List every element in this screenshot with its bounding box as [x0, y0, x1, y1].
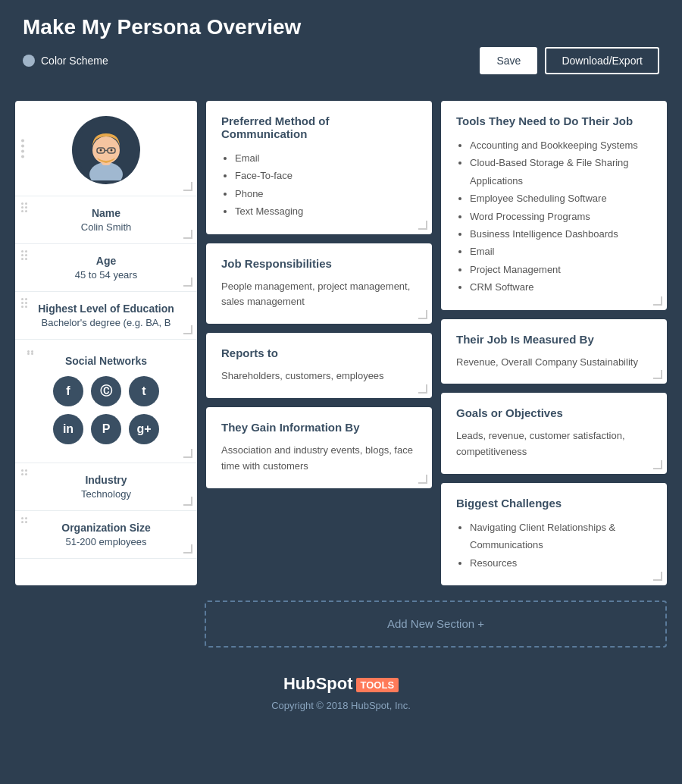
linkedin-icon[interactable]: in: [53, 414, 83, 444]
resize-handle[interactable]: [183, 449, 192, 458]
name-label: Name: [27, 207, 185, 219]
goals-card: Goals or Objectives Leads, revenue, cust…: [441, 393, 667, 474]
job-responsibilities-body: People management, project management, s…: [221, 279, 417, 311]
preferred-communication-list: Email Face-To-face Phone Text Messaging: [221, 149, 417, 221]
preferred-communication-card: Preferred Method of Communication Email …: [206, 101, 432, 234]
list-item: Cloud-Based Storage & File Sharing Appli…: [470, 154, 652, 190]
page-header: Make My Persona Overview Color Scheme Sa…: [0, 0, 682, 93]
googleplus-icon[interactable]: g+: [129, 414, 159, 444]
list-item: Text Messaging: [235, 202, 417, 220]
age-label: Age: [27, 255, 185, 267]
list-item: Business Intelligence Dashboards: [470, 225, 652, 243]
resize-handle[interactable]: [653, 296, 662, 306]
education-value: Bachelor's degree (e.g. BA, B: [27, 317, 185, 328]
job-responsibilities-title: Job Responsibilities: [221, 257, 417, 270]
job-measured-card: Their Job Is Measured By Revenue, Overal…: [441, 319, 667, 384]
color-scheme-label: Color Scheme: [41, 55, 108, 67]
industry-label: Industry: [27, 474, 185, 486]
header-controls: Color Scheme Save Download/Export: [23, 47, 659, 74]
drag-handle[interactable]: [21, 469, 27, 475]
list-item: Project Management: [470, 261, 652, 278]
pinterest-icon[interactable]: P: [91, 414, 121, 444]
download-button[interactable]: Download/Export: [545, 47, 659, 74]
resize-handle[interactable]: [653, 572, 662, 581]
list-item: Word Processing Programs: [470, 208, 652, 225]
avatar-illustration: [76, 120, 136, 180]
color-dot: [23, 55, 35, 67]
avatar: [72, 116, 140, 184]
social-icons-row1: f Ⓒ t: [27, 376, 185, 406]
challenges-list: Navigating Client Relationships & Commun…: [456, 519, 652, 572]
page-title: Make My Persona Overview: [23, 15, 659, 39]
goals-body: Leads, revenue, customer satisfaction, c…: [456, 428, 652, 460]
drag-handle[interactable]: [21, 202, 27, 212]
tools-badge: TOOLS: [356, 678, 399, 692]
resize-handle[interactable]: [183, 278, 192, 287]
add-section-button[interactable]: Add New Section +: [205, 601, 667, 648]
twitter-icon[interactable]: t: [129, 376, 159, 406]
gains-info-card: They Gain Information By Association and…: [206, 407, 432, 488]
reports-to-body: Shareholders, customers, employees: [221, 368, 417, 384]
preferred-communication-title: Preferred Method of Communication: [221, 114, 417, 140]
resize-handle[interactable]: [183, 544, 192, 554]
reports-to-title: Reports to: [221, 347, 417, 359]
instagram-icon[interactable]: Ⓒ: [91, 376, 121, 406]
list-item: Accounting and Bookkeeping Systems: [470, 136, 652, 154]
tools-list: Accounting and Bookkeeping Systems Cloud…: [456, 136, 652, 296]
footer: HubSpotTOOLS Copyright © 2018 HubSpot, I…: [0, 655, 682, 726]
resize-handle[interactable]: [183, 325, 192, 334]
tools-title: Tools They Need to Do Their Job: [456, 114, 652, 127]
industry-value: Technology: [27, 488, 185, 500]
list-item: CRM Software: [470, 278, 652, 296]
resize-handle[interactable]: [653, 370, 662, 379]
resize-handle[interactable]: [183, 230, 192, 239]
resize-handle[interactable]: [418, 221, 427, 230]
age-value: 45 to 54 years: [27, 269, 185, 281]
org-size-value: 51-200 employees: [27, 536, 185, 547]
name-value: Colin Smith: [27, 221, 185, 233]
resize-handle[interactable]: [418, 475, 427, 484]
list-item: Email: [235, 149, 417, 167]
drag-handle[interactable]: [21, 250, 27, 260]
job-measured-title: Their Job Is Measured By: [456, 333, 652, 346]
tools-card: Tools They Need to Do Their Job Accounti…: [441, 101, 667, 310]
education-label: Highest Level of Education: [27, 303, 185, 315]
avatar-section: [15, 101, 197, 196]
color-scheme-control[interactable]: Color Scheme: [23, 55, 108, 67]
gains-info-title: They Gain Information By: [221, 421, 417, 434]
social-label: Social Networks: [27, 355, 185, 367]
middle-column: Preferred Method of Communication Email …: [206, 101, 432, 585]
right-column: Tools They Need to Do Their Job Accounti…: [441, 101, 667, 585]
main-content: Name Colin Smith Age 45 to 54 years High…: [0, 93, 682, 593]
save-button[interactable]: Save: [480, 47, 537, 74]
social-section: Social Networks f Ⓒ t in P g+: [15, 340, 197, 463]
list-item: Phone: [235, 185, 417, 202]
education-section: Highest Level of Education Bachelor's de…: [15, 292, 197, 340]
gains-info-body: Association and industry events, blogs, …: [221, 443, 417, 475]
org-size-label: Organization Size: [27, 522, 185, 534]
resize-handle[interactable]: [183, 497, 192, 506]
job-measured-body: Revenue, Overall Company Sustainability: [456, 355, 652, 371]
job-responsibilities-card: Job Responsibilities People management, …: [206, 243, 432, 325]
drag-handle[interactable]: [21, 517, 27, 523]
challenges-card: Biggest Challenges Navigating Client Rel…: [441, 483, 667, 585]
age-section: Age 45 to 54 years: [15, 244, 197, 292]
action-buttons: Save Download/Export: [480, 47, 659, 74]
facebook-icon[interactable]: f: [53, 376, 83, 406]
drag-handle[interactable]: [21, 298, 27, 308]
name-section: Name Colin Smith: [15, 196, 197, 244]
reports-to-card: Reports to Shareholders, customers, empl…: [206, 333, 432, 398]
resize-handle[interactable]: [183, 182, 192, 191]
goals-title: Goals or Objectives: [456, 406, 652, 419]
list-item: Email: [470, 243, 652, 260]
list-item: Face-To-face: [235, 167, 417, 184]
org-size-section: Organization Size 51-200 employees: [15, 511, 197, 559]
left-column: Name Colin Smith Age 45 to 54 years High…: [15, 101, 197, 585]
resize-handle[interactable]: [653, 460, 662, 469]
svg-point-7: [100, 149, 102, 152]
list-item: Navigating Client Relationships & Commun…: [470, 519, 652, 554]
resize-handle[interactable]: [418, 384, 427, 394]
add-section-label: Add New Section +: [387, 617, 484, 630]
resize-handle[interactable]: [418, 310, 427, 319]
drag-handle[interactable]: [21, 139, 24, 158]
